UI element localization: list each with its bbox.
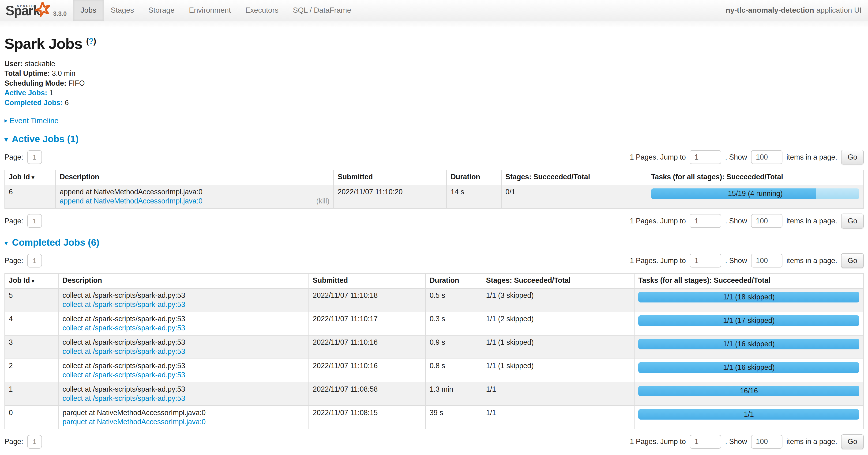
go-button[interactable]: Go — [841, 150, 864, 165]
submitted-cell: 2022/11/07 11:08:58 — [309, 382, 426, 405]
expanded-triangle-icon: ▾ — [4, 136, 8, 143]
job-row: 1collect at /spark-scripts/spark-ad.py:5… — [5, 382, 864, 405]
pages-jump-text: 1 Pages. Jump to — [630, 256, 686, 265]
duration-cell: 0.5 s — [426, 288, 482, 312]
jump-to-page-input[interactable] — [690, 214, 721, 228]
column-header[interactable]: Description — [56, 170, 334, 185]
job-description-text: parquet at NativeMethodAccessorImpl.java… — [63, 408, 305, 417]
show-text: . Show — [725, 153, 747, 162]
tab-storage[interactable]: Storage — [141, 0, 182, 21]
summary-label-link[interactable]: Completed Jobs: — [4, 98, 63, 107]
column-header[interactable]: Submitted — [309, 274, 426, 288]
page-number-input[interactable] — [27, 150, 42, 164]
column-header[interactable]: Stages: Succeeded/Total — [482, 274, 634, 288]
pages-jump-text: 1 Pages. Jump to — [630, 437, 686, 446]
go-button[interactable]: Go — [841, 253, 864, 268]
spark-version: 3.3.0 — [53, 10, 67, 17]
jump-to-page-input[interactable] — [690, 254, 721, 267]
summary-item: Scheduling Mode: FIFO — [4, 78, 864, 88]
navbar: APACHE Spark 3.3.0 JobsStagesStorageEnvi… — [0, 0, 868, 21]
duration-cell: 0.3 s — [426, 312, 482, 335]
stages-cell: 1/1 (2 skipped) — [482, 312, 634, 335]
submitted-cell: 2022/11/07 11:10:16 — [309, 359, 426, 382]
column-header[interactable]: Duration — [426, 274, 482, 288]
summary-item: Active Jobs: 1 — [4, 88, 864, 97]
job-description-link[interactable]: collect at /spark-scripts/spark-ad.py:53 — [63, 324, 185, 332]
job-row: 4collect at /spark-scripts/spark-ad.py:5… — [5, 312, 864, 335]
job-description-link[interactable]: append at NativeMethodAccessorImpl.java:… — [60, 197, 203, 205]
tasks-cell: 1/1 (16 skipped) — [634, 359, 864, 382]
job-row: 5collect at /spark-scripts/spark-ad.py:5… — [5, 288, 864, 312]
column-header[interactable]: Job Id▾ — [5, 274, 58, 288]
column-header[interactable]: Duration — [446, 170, 501, 185]
job-id-cell: 2 — [5, 359, 58, 382]
application-ui-suffix: application UI — [816, 6, 862, 15]
stages-cell: 1/1 (3 skipped) — [482, 288, 634, 312]
apache-label: APACHE — [17, 4, 36, 8]
column-header[interactable]: Submitted — [334, 170, 446, 185]
column-header[interactable]: Tasks (for all stages): Succeeded/Total — [634, 274, 864, 288]
tab-jobs[interactable]: Jobs — [73, 0, 103, 21]
tasks-progress-bar: 1/1 (18 skipped) — [638, 292, 859, 303]
progress-label: 15/19 (4 running) — [651, 189, 860, 199]
tasks-cell: 1/1 (17 skipped) — [634, 312, 864, 335]
kill-link[interactable]: (kill) — [316, 197, 329, 205]
job-description-link[interactable]: collect at /spark-scripts/spark-ad.py:53 — [63, 347, 185, 356]
stages-cell: 1/1 — [482, 382, 634, 405]
pages-jump-text: 1 Pages. Jump to — [630, 217, 686, 225]
items-per-page-input[interactable] — [751, 254, 783, 267]
tab-environment[interactable]: Environment — [182, 0, 238, 21]
job-description-text: collect at /spark-scripts/spark-ad.py:53 — [63, 385, 305, 394]
progress-label: 1/1 — [638, 409, 859, 420]
job-description-link[interactable]: collect at /spark-scripts/spark-ad.py:53 — [63, 301, 185, 309]
progress-label: 1/1 (17 skipped) — [638, 315, 859, 326]
application-name: ny-tlc-anomaly-detection application UI — [726, 0, 868, 21]
stages-cell: 1/1 (1 skipped) — [482, 335, 634, 359]
tasks-progress-bar: 15/19 (4 running) — [651, 189, 860, 199]
summary-label: Scheduling Mode: — [4, 79, 66, 87]
tab-sql-dataframe[interactable]: SQL / DataFrame — [286, 0, 359, 21]
job-description-link[interactable]: parquet at NativeMethodAccessorImpl.java… — [63, 418, 206, 426]
column-header[interactable]: Job Id▾ — [5, 170, 56, 185]
tab-stages[interactable]: Stages — [103, 0, 141, 21]
summary-item: Total Uptime: 3.0 min — [4, 68, 864, 78]
tab-executors[interactable]: Executors — [238, 0, 286, 21]
column-header[interactable]: Stages: Succeeded/Total — [501, 170, 647, 185]
help-link[interactable]: ? — [89, 36, 93, 46]
page-number-input[interactable] — [27, 214, 42, 228]
go-button[interactable]: Go — [841, 214, 864, 229]
active-jobs-heading[interactable]: ▾ Active Jobs (1) — [4, 134, 864, 145]
duration-cell: 14 s — [446, 185, 501, 208]
job-description-link[interactable]: collect at /spark-scripts/spark-ad.py:53 — [63, 394, 185, 403]
job-id-cell: 4 — [5, 312, 58, 335]
page-label: Page: — [4, 153, 23, 162]
column-header[interactable]: Description — [58, 274, 309, 288]
summary-value: 1 — [49, 89, 53, 97]
page-number-input[interactable] — [27, 254, 42, 267]
application-name-text: ny-tlc-anomaly-detection — [726, 6, 814, 15]
column-header[interactable]: Tasks (for all stages): Succeeded/Total — [647, 170, 864, 185]
description-cell: collect at /spark-scripts/spark-ad.py:53… — [58, 312, 309, 335]
completed-jobs-heading[interactable]: ▾ Completed Jobs (6) — [4, 237, 864, 248]
items-per-page-input[interactable] — [751, 214, 783, 228]
event-timeline-toggle[interactable]: ▸ Event Timeline — [4, 116, 59, 125]
spark-brand: APACHE Spark 3.3.0 — [0, 0, 73, 21]
items-per-page-input[interactable] — [751, 150, 783, 164]
jump-to-page-input[interactable] — [690, 150, 721, 164]
summary-value: 6 — [65, 98, 69, 107]
expanded-triangle-icon: ▾ — [4, 239, 8, 247]
page-number-input[interactable] — [27, 435, 42, 449]
job-description-link[interactable]: collect at /spark-scripts/spark-ad.py:53 — [63, 371, 185, 379]
tasks-cell: 16/16 — [634, 382, 864, 405]
pagination-row: Page:1 Pages. Jump to. Showitems in a pa… — [4, 253, 864, 268]
job-id-cell: 1 — [5, 382, 58, 405]
items-in-page-text: items in a page. — [786, 437, 837, 446]
items-per-page-input[interactable] — [751, 435, 783, 449]
progress-label: 1/1 (18 skipped) — [638, 292, 859, 303]
job-row: 6append at NativeMethodAccessorImpl.java… — [5, 185, 864, 208]
sort-desc-icon: ▾ — [32, 174, 34, 180]
summary-item: Completed Jobs: 6 — [4, 98, 864, 108]
jump-to-page-input[interactable] — [690, 435, 721, 449]
summary-label-link[interactable]: Active Jobs: — [4, 89, 47, 97]
go-button[interactable]: Go — [841, 434, 864, 449]
